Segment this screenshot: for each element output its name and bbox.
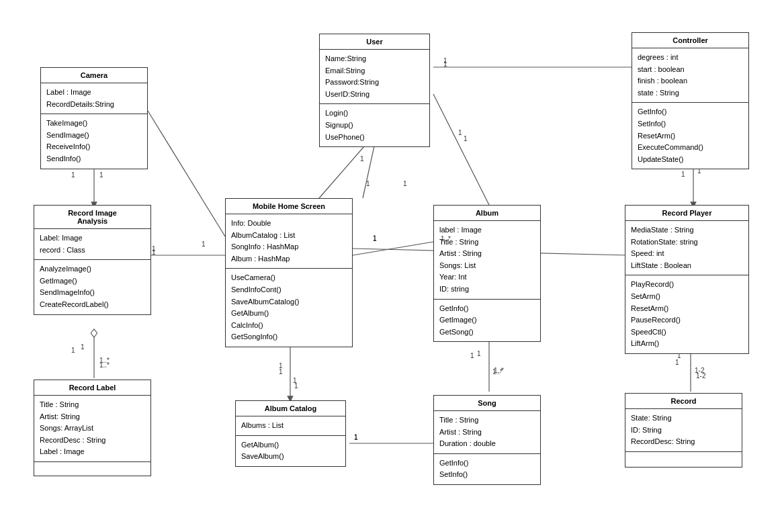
svg-text:1: 1	[81, 343, 85, 351]
record-label-methods	[34, 462, 150, 476]
mult-mhs-cat2: 1	[294, 382, 298, 390]
record-label-attributes: Title : String Artist: String Songs: Arr…	[34, 396, 150, 462]
mult-camera-right: 1	[99, 171, 103, 179]
controller-class: Controller degrees : int start : boolean…	[632, 32, 749, 169]
controller-title: Controller	[632, 33, 748, 48]
mult-camera-left: 1	[71, 171, 75, 179]
album-class: Album label : Image Title : String Artis…	[433, 205, 541, 342]
controller-methods: GetInfo() SetInfo() ResetArm() ExecuteCo…	[632, 103, 748, 169]
mult-ria-mhs: 1	[152, 249, 156, 256]
mult-user-ctrl: 1	[443, 60, 447, 68]
camera-attributes: Label : Image RecordDetails:String	[41, 83, 147, 114]
song-attributes: Title : String Artist : String Duration …	[434, 411, 540, 454]
mult-ctrl-bottom: 1	[681, 171, 685, 178]
record-image-analysis-class: Record ImageAnalysis Label: Image record…	[34, 205, 151, 315]
record-player-class: Record Player MediaState : String Rotati…	[625, 205, 749, 354]
record-methods	[625, 452, 742, 467]
mobile-home-screen-title: Mobile Home Screen	[226, 199, 352, 214]
album-catalog-title: Album Catalog	[236, 401, 345, 416]
svg-line-28	[148, 111, 228, 242]
mult-user-mhs2: 1	[403, 180, 407, 187]
album-methods: GetInfo() GetImage() GetSong()	[434, 300, 540, 342]
record-image-analysis-title: Record ImageAnalysis	[34, 206, 150, 229]
record-player-methods: PlayRecord() SetArm() ResetArm() PauseRe…	[625, 275, 748, 353]
album-title: Album	[434, 206, 540, 221]
mult-rec-top: 1-2	[696, 372, 705, 380]
record-image-analysis-attributes: Label: Image record : Class	[34, 229, 150, 260]
controller-attributes: degrees : int start : boolean finish : b…	[632, 48, 748, 103]
diagram-container: 1 1 1 1..* 1 1 1 1-2 1 1 1 1 1..* 1	[0, 0, 782, 532]
user-class: User Name:String Email:String Password:S…	[319, 34, 430, 147]
mobile-home-screen-attributes: Info: Double AlbumCatalog : List SongInf…	[226, 214, 352, 269]
record-player-attributes: MediaState : String RotationState: strin…	[625, 221, 748, 275]
song-methods: GetInfo() SetInfo()	[434, 454, 540, 484]
record-image-analysis-methods: AnalyzeImage() GetImage() SendImageInfo(…	[34, 260, 150, 314]
user-methods: Login() Signup() UsePhone()	[320, 104, 429, 146]
camera-methods: TakeImage() SendImage() ReceiveInfo() Se…	[41, 114, 147, 168]
album-catalog-class: Album Catalog Albums : List GetAlbum() S…	[235, 400, 346, 467]
mult-album-song1: 1	[470, 352, 474, 359]
svg-line-34	[433, 94, 489, 205]
mult-user-mhs: 1	[366, 180, 370, 187]
mult-mhs-album: 1	[373, 235, 377, 242]
user-title: User	[320, 34, 429, 50]
album-catalog-methods: GetAlbum() SaveAlbum()	[236, 436, 345, 466]
record-label-title: Record Label	[34, 380, 150, 396]
mobile-home-screen-class: Mobile Home Screen Info: Double AlbumCat…	[225, 198, 353, 347]
album-attributes: label : Image Title : String Artist : St…	[434, 221, 540, 300]
camera-title: Camera	[41, 68, 147, 83]
svg-text:1: 1	[360, 155, 364, 163]
mult-rp-bottom: 1	[675, 359, 679, 366]
user-attributes: Name:String Email:String Password:String…	[320, 50, 429, 104]
record-class: Record State: String ID: String RecordDe…	[625, 393, 742, 468]
mult-user-album: 1	[458, 129, 462, 136]
svg-line-21	[353, 242, 433, 255]
album-catalog-attributes: Albums : List	[236, 416, 345, 436]
record-label-class: Record Label Title : String Artist: Stri…	[34, 380, 151, 476]
song-class: Song Title : String Artist : String Dura…	[433, 395, 541, 485]
song-title: Song	[434, 396, 540, 411]
svg-text:1: 1	[477, 350, 481, 357]
mult-cat-song: 1	[354, 434, 358, 441]
mult-cam-mhs: 1	[202, 240, 206, 248]
mult-mhs-cat1: 1	[279, 368, 283, 375]
record-attributes: State: String ID: String RecordDesc: Str…	[625, 409, 742, 452]
mult-ria-bottom: 1	[71, 347, 75, 354]
record-title: Record	[625, 394, 742, 409]
svg-text:1: 1	[464, 135, 468, 142]
mult-mhs-album2: 1..*	[441, 235, 451, 242]
record-player-title: Record Player	[625, 206, 748, 221]
mobile-home-screen-methods: UseCamera() SendInfoCont() SaveAlbumCata…	[226, 269, 352, 347]
mult-rl-top: 1..*	[99, 361, 110, 369]
camera-class: Camera Label : Image RecordDetails:Strin…	[40, 67, 148, 169]
mult-album-song2: 1..*	[492, 368, 503, 375]
